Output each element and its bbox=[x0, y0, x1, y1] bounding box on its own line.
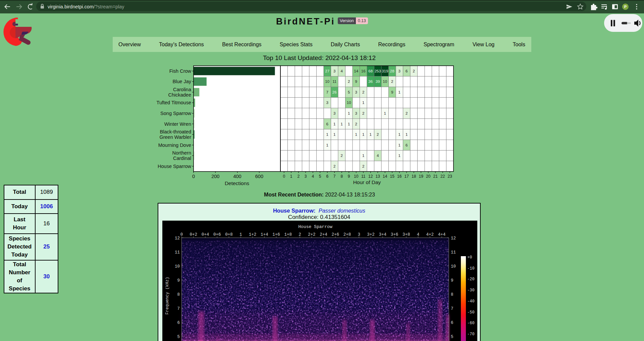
svg-text:4: 4 bbox=[341, 69, 343, 73]
svg-text:Carolina: Carolina bbox=[173, 87, 192, 92]
svg-text:1: 1 bbox=[333, 132, 335, 136]
svg-text:P: P bbox=[624, 5, 627, 9]
svg-text:12: 12 bbox=[368, 174, 373, 179]
svg-text:5: 5 bbox=[451, 335, 453, 339]
svg-text:1: 1 bbox=[239, 232, 242, 237]
svg-text:6: 6 bbox=[451, 321, 453, 325]
svg-text:39: 39 bbox=[376, 79, 380, 83]
svg-text:7: 7 bbox=[451, 306, 453, 311]
svg-text:9: 9 bbox=[355, 79, 357, 83]
svg-text:6: 6 bbox=[326, 174, 328, 179]
svg-text:68: 68 bbox=[368, 69, 373, 73]
svg-text:Chickadee: Chickadee bbox=[168, 92, 191, 98]
svg-text:Mourning Dove: Mourning Dove bbox=[158, 143, 191, 148]
svg-text:Black-throated: Black-throated bbox=[160, 129, 192, 134]
svg-text:0+2: 0+2 bbox=[190, 232, 198, 237]
svg-text:10: 10 bbox=[451, 264, 456, 269]
svg-text:9: 9 bbox=[451, 278, 453, 283]
svg-text:0+8: 0+8 bbox=[225, 232, 233, 237]
svg-text:1: 1 bbox=[348, 111, 350, 115]
svg-text:1: 1 bbox=[398, 90, 400, 94]
svg-text:House Sparrow: House Sparrow bbox=[158, 164, 191, 169]
svg-text:7: 7 bbox=[333, 174, 336, 179]
svg-text:1: 1 bbox=[333, 122, 335, 126]
svg-text:2: 2 bbox=[297, 174, 300, 179]
svg-text:3: 3 bbox=[358, 232, 360, 237]
svg-text:11: 11 bbox=[332, 79, 336, 83]
svg-text:2+6: 2+6 bbox=[332, 232, 339, 237]
svg-text:3: 3 bbox=[355, 90, 357, 94]
svg-text:3: 3 bbox=[398, 69, 400, 73]
svg-text:4+4: 4+4 bbox=[438, 232, 446, 237]
svg-text:2: 2 bbox=[391, 79, 393, 83]
svg-text:3: 3 bbox=[355, 111, 357, 115]
svg-text:2: 2 bbox=[348, 79, 350, 83]
svg-text:Frequency (kHz): Frequency (kHz) bbox=[165, 277, 170, 315]
svg-text:3+4: 3+4 bbox=[379, 232, 387, 237]
svg-text:1: 1 bbox=[362, 154, 364, 158]
svg-text:10: 10 bbox=[347, 101, 351, 105]
svg-text:7: 7 bbox=[177, 306, 180, 311]
svg-text:10: 10 bbox=[383, 79, 387, 83]
svg-text:8: 8 bbox=[177, 292, 180, 297]
svg-text:10: 10 bbox=[325, 79, 329, 83]
svg-text:+0: +0 bbox=[467, 255, 472, 260]
svg-text:1: 1 bbox=[398, 154, 400, 158]
svg-text:9: 9 bbox=[391, 90, 393, 94]
svg-text:-70: -70 bbox=[467, 332, 475, 337]
svg-text:-20: -20 bbox=[467, 277, 475, 282]
svg-text:2: 2 bbox=[341, 154, 343, 158]
svg-text:1+2: 1+2 bbox=[249, 232, 257, 237]
svg-text:11: 11 bbox=[175, 250, 180, 255]
svg-text:2: 2 bbox=[377, 132, 379, 136]
svg-text:1: 1 bbox=[341, 122, 343, 126]
svg-text:-30: -30 bbox=[467, 288, 475, 293]
svg-text:10: 10 bbox=[175, 264, 180, 269]
svg-text:2+8: 2+8 bbox=[343, 232, 351, 237]
svg-text:253: 253 bbox=[375, 69, 381, 73]
svg-text:3: 3 bbox=[326, 101, 328, 105]
svg-text:13: 13 bbox=[376, 174, 380, 179]
svg-text:3: 3 bbox=[305, 174, 307, 179]
svg-text:6: 6 bbox=[406, 69, 408, 73]
svg-text:6: 6 bbox=[406, 143, 408, 147]
svg-text:-60: -60 bbox=[467, 321, 475, 326]
svg-text:22: 22 bbox=[440, 174, 445, 179]
svg-text:Blue Jay: Blue Jay bbox=[172, 79, 191, 84]
svg-text:27: 27 bbox=[325, 69, 329, 73]
svg-text:1: 1 bbox=[398, 143, 400, 147]
svg-text:Detections: Detections bbox=[225, 180, 249, 186]
svg-text:4: 4 bbox=[377, 154, 379, 158]
svg-text:5: 5 bbox=[177, 335, 180, 339]
svg-text:6: 6 bbox=[326, 122, 328, 126]
svg-text:8: 8 bbox=[340, 174, 343, 179]
svg-text:1: 1 bbox=[290, 174, 292, 179]
svg-text:8: 8 bbox=[451, 292, 453, 297]
svg-text:1: 1 bbox=[355, 132, 357, 136]
svg-text:11: 11 bbox=[451, 250, 456, 255]
svg-text:Song Sparrow: Song Sparrow bbox=[160, 111, 191, 116]
svg-text:3: 3 bbox=[333, 69, 335, 73]
svg-text:28: 28 bbox=[390, 69, 394, 73]
svg-text:1+6: 1+6 bbox=[272, 232, 280, 237]
svg-text:Tufted Titmouse: Tufted Titmouse bbox=[157, 100, 191, 105]
svg-text:Green Warbler: Green Warbler bbox=[159, 134, 191, 140]
svg-text:2: 2 bbox=[362, 111, 364, 115]
svg-text:2+4: 2+4 bbox=[320, 232, 327, 237]
svg-text:400: 400 bbox=[233, 174, 241, 179]
svg-text:2: 2 bbox=[355, 122, 357, 126]
svg-text:36: 36 bbox=[368, 79, 373, 83]
svg-text:1+8: 1+8 bbox=[284, 232, 292, 237]
svg-text:16: 16 bbox=[397, 174, 402, 179]
svg-text:3+2: 3+2 bbox=[367, 232, 375, 237]
svg-text:4: 4 bbox=[417, 232, 420, 237]
svg-text:0: 0 bbox=[283, 174, 285, 179]
svg-text:4+2: 4+2 bbox=[426, 232, 434, 237]
svg-text:5: 5 bbox=[348, 90, 350, 94]
svg-text:4: 4 bbox=[312, 174, 314, 179]
svg-text:16: 16 bbox=[361, 69, 366, 73]
svg-text:-40: -40 bbox=[467, 299, 475, 304]
svg-text:1+4: 1+4 bbox=[261, 232, 268, 237]
svg-text:12: 12 bbox=[451, 236, 456, 241]
svg-text:2: 2 bbox=[362, 164, 364, 168]
